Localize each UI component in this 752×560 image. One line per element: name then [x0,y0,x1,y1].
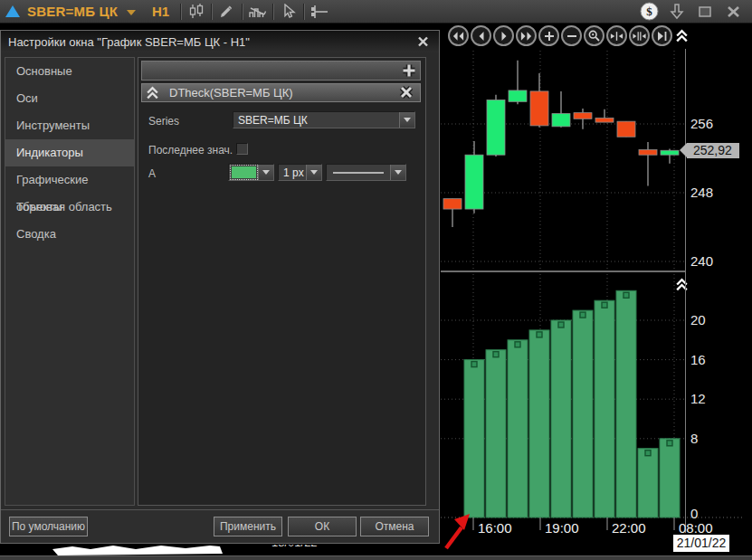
price-levels-icon[interactable] [307,2,332,22]
date-badge: 21/01/22 [673,535,729,552]
line-a-label: A [148,167,156,180]
dialog-sidebar: ОсновныеОсиИнструментыИндикаторыГрафичес… [5,57,135,506]
price-tick-label: 240 [690,254,713,268]
draw-pencil-icon[interactable] [214,2,240,22]
dialog-title-bar[interactable]: Настройки окна "График SBER=МБ ЦК - H1" [1,31,439,52]
candlestick-chart-icon[interactable] [184,2,209,22]
restore-window-icon[interactable] [695,2,715,22]
window-bottom-frame [0,555,752,560]
dropdown-arrow-icon[interactable] [258,165,273,180]
indicator-title: DTheck(SBER=МБ ЦК) [169,86,293,100]
last-value-label: Последнее знач. [148,144,233,157]
chart-canvas[interactable] [441,24,752,560]
toolbar-separator [303,4,305,20]
toolbar-separator [211,4,213,20]
volume-zero-label: 0 [690,507,698,520]
hidden-date-fragment: 18/01/22 [271,544,318,549]
sidebar-item-5[interactable]: Графические объекты [5,166,134,194]
download-arrow-icon[interactable] [667,2,687,22]
svg-text:$: $ [646,5,652,18]
price-tick-label: 248 [690,185,713,199]
time-tick-label: 19:00 [545,520,579,536]
sidebar-item-1[interactable]: Основные [5,58,134,85]
dialog-content: DTheck(SBER=МБ ЦК) Series SBER=МБ ЦК Пос… [138,57,426,506]
window-toolbar: SBER=МБ ЦК H1 $ [0,0,752,24]
sidebar-item-3[interactable]: Инструменты [5,112,134,139]
dropdown-arrow-icon[interactable] [399,112,414,128]
toolbar-separator [272,4,274,20]
dialog-footer: По умолчанию Применить ОК Отмена [1,509,439,543]
dropdown-arrow-icon[interactable] [390,165,405,180]
indicator-card-header[interactable]: DTheck(SBER=МБ ЦК) [141,83,421,102]
cursor-pointer-icon[interactable] [276,2,301,22]
color-swatch [232,166,256,178]
window-buttons-group: $ [639,2,747,22]
time-tick-label: 08:00 [679,520,713,536]
close-window-icon[interactable] [723,2,743,22]
series-label: Series [148,115,179,128]
volume-tick-label: 12 [690,392,706,405]
dialog-title: Настройки окна "График SBER=МБ ЦК - H1" [8,35,250,49]
collapse-card-icon[interactable] [145,85,163,101]
dropdown-arrow-icon[interactable] [306,165,321,180]
sidebar-item-7[interactable]: Сводка [5,221,134,248]
dollar-coin-icon[interactable]: $ [639,2,659,22]
app-logo-icon [5,5,20,17]
red-arrow-annotation [441,508,479,554]
tool-icons-group [178,2,332,22]
series-select[interactable]: SBER=МБ ЦК [233,111,415,128]
volume-tick-label: 8 [690,432,698,445]
line-style-select[interactable] [326,164,406,181]
dialog-close-icon[interactable] [414,33,432,50]
toolbar-separator [180,4,182,20]
line-width-select[interactable]: 1 px [278,164,322,181]
remove-indicator-icon[interactable] [399,85,417,101]
add-indicator-icon[interactable] [401,62,418,79]
symbol-selector[interactable]: SBER=МБ ЦК [27,4,118,19]
settings-dialog: Настройки окна "График SBER=МБ ЦК - H1" … [0,30,440,544]
sidebar-item-6[interactable]: Торговая область [5,194,134,221]
line-width-value: 1 px [279,166,306,179]
line-style-preview [333,172,384,174]
price-tick-label: 256 [690,117,713,130]
chevron-down-icon[interactable] [127,10,136,15]
timeframe-label[interactable]: H1 [152,4,169,19]
time-tick-label: 22:00 [612,520,646,536]
series-value: SBER=МБ ЦК [233,114,399,127]
volume-tick-label: 16 [690,353,706,366]
last-value-checkbox[interactable] [236,143,248,155]
sidebar-item-4[interactable]: Индикаторы [5,139,134,166]
cancel-button[interactable]: Отмена [360,517,429,536]
default-button[interactable]: По умолчанию [9,517,88,536]
last-price-badge: 252,92 [687,143,739,158]
line-color-select[interactable] [228,164,274,181]
ok-button[interactable]: ОК [288,517,357,536]
sidebar-item-2[interactable]: Оси [5,85,134,112]
apply-button[interactable]: Применить [214,517,282,536]
toolbar-separator [242,4,243,20]
add-indicator-bar [141,61,421,81]
volume-profile-icon[interactable] [245,2,271,22]
time-tick-label: 16:00 [478,520,512,536]
volume-tick-label: 20 [690,313,706,327]
chart-area: 256248240 252,92 20161280 16:0019:0022:0… [441,24,752,560]
screen: SBER=МБ ЦК H1 $ 256248240 252,92 2016128… [0,0,752,560]
